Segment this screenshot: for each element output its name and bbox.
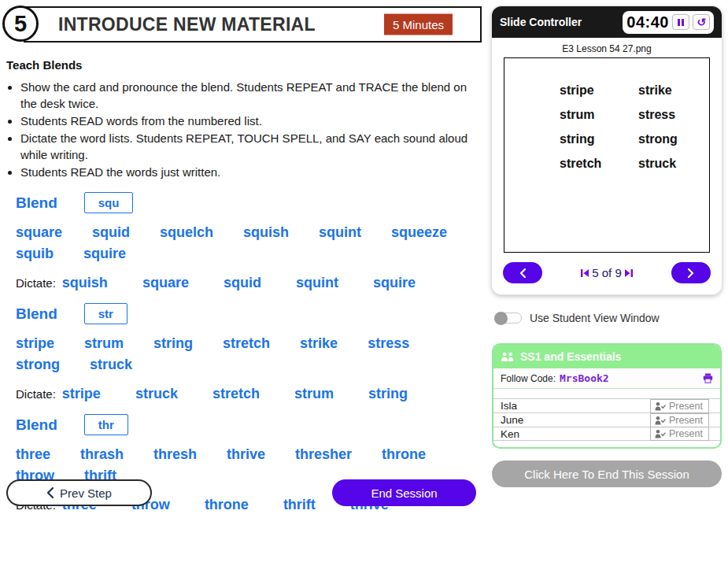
instruction-item: Students READ the words just written. xyxy=(20,164,472,180)
blend-word: squeeze xyxy=(391,224,447,241)
blend-word: stress xyxy=(368,335,409,352)
duration-badge: 5 Minutes xyxy=(384,14,453,35)
follow-code-row: Follow Code: MrsBook2 xyxy=(493,368,720,389)
people-icon xyxy=(501,352,515,362)
timer-pause-button[interactable] xyxy=(672,14,689,30)
blend-word-list: stripestrumstringstretchstrikestressstro… xyxy=(16,335,464,373)
blend-sections: Blend squ squaresquidsquelchsquishsquint… xyxy=(0,192,482,513)
slide-filename: E3 Lesson 54 27.png xyxy=(492,43,722,54)
slide-word: string xyxy=(560,132,638,146)
attendance-badge[interactable]: Present xyxy=(650,399,709,413)
prev-slide-button[interactable] xyxy=(503,262,542,283)
dictate-word: struck xyxy=(135,386,178,402)
attendance-badge[interactable]: Present xyxy=(650,413,709,427)
blend-card: thr xyxy=(84,414,128,435)
lesson-step-header: 5 INTRODUCE NEW MATERIAL 5 Minutes xyxy=(24,6,482,43)
student-name: June xyxy=(501,414,523,426)
blend-word-list: threethrashthreshthrivethresherthronethr… xyxy=(16,446,464,484)
person-check-icon xyxy=(655,416,666,425)
blend-word: squid xyxy=(92,224,130,241)
dictate-word-list: squishsquaresquidsquintsquire xyxy=(62,275,416,291)
lesson-panel: 5 INTRODUCE NEW MATERIAL 5 Minutes Teach… xyxy=(0,0,482,513)
dictate-label: Dictate: xyxy=(16,387,56,401)
slide-word: strike xyxy=(638,83,709,98)
dictate-word: squire xyxy=(373,275,416,291)
slide-word: strum xyxy=(560,108,638,122)
blend-word: square xyxy=(16,224,62,241)
follow-code-label: Follow Code: xyxy=(501,373,556,384)
student-row: IslaPresent xyxy=(493,398,720,412)
chevron-left-icon xyxy=(46,487,54,498)
prev-step-button[interactable]: Prev Step xyxy=(6,479,152,506)
slide-preview: stripestrikestrumstressstringstrongstret… xyxy=(504,57,710,253)
slide-controller-card: Slide Controller 04:40 ↺ E3 Lesson 54 27… xyxy=(492,6,722,294)
student-row: JunePresent xyxy=(493,412,720,427)
blend-card: squ xyxy=(84,192,134,213)
blend-word: squish xyxy=(243,224,289,241)
student-name: Ken xyxy=(501,428,519,440)
dictate-word: strum xyxy=(294,386,334,402)
slide-word: stress xyxy=(638,108,709,122)
end-this-session-button[interactable]: Click Here To End This Session xyxy=(492,460,722,487)
blend-card: str xyxy=(84,303,127,324)
student-view-toggle[interactable] xyxy=(494,313,522,324)
class-panel: SS1 and Essentials Follow Code: MrsBook2… xyxy=(492,343,722,449)
dictate-word: squid xyxy=(224,275,261,291)
skip-end-icon[interactable] xyxy=(624,268,634,278)
blend-word: thresh xyxy=(153,446,197,463)
blend-word: stretch xyxy=(223,335,270,352)
instruction-item: Students READ words from the numbered li… xyxy=(20,113,472,129)
slide-controller-header: Slide Controller 04:40 ↺ xyxy=(492,6,722,38)
dictate-word: square xyxy=(142,275,189,291)
blend-label: Blend xyxy=(16,305,57,323)
slide-word: stripe xyxy=(560,83,638,98)
timer-value: 04:40 xyxy=(626,13,669,31)
blend-word: thrash xyxy=(80,446,124,463)
printer-icon xyxy=(703,373,713,383)
attendance-badge[interactable]: Present xyxy=(650,427,709,441)
attendance-status: Present xyxy=(669,428,703,439)
dictate-word: string xyxy=(368,386,408,402)
dictate-word: squint xyxy=(296,275,338,291)
timer-reset-button[interactable]: ↺ xyxy=(693,14,710,30)
slide-word: stretch xyxy=(560,157,638,171)
student-row: KenPresent xyxy=(493,427,720,441)
chevron-left-icon xyxy=(519,268,526,278)
next-slide-button[interactable] xyxy=(671,262,711,283)
dictate-word-list: stripestruckstretchstrumstring xyxy=(62,386,408,402)
instruction-item: Show the card and pronounce the blend. S… xyxy=(20,79,472,112)
slide-navigation: 5 of 9 xyxy=(492,253,722,294)
toggle-knob xyxy=(494,312,508,325)
slide-page-label: 5 of 9 xyxy=(592,266,622,279)
skip-start-icon[interactable] xyxy=(580,268,589,278)
attendance-status: Present xyxy=(669,415,703,426)
student-name: Isla xyxy=(501,400,517,412)
blend-word: squire xyxy=(83,246,126,262)
blend-word: string xyxy=(153,335,193,352)
dictate-word: stripe xyxy=(62,386,101,402)
end-session-button[interactable]: End Session xyxy=(332,479,476,506)
end-session-label: End Session xyxy=(371,486,437,500)
blend-row: Blend str xyxy=(16,303,482,324)
blend-word: thrive xyxy=(227,446,265,463)
dictate-word: stretch xyxy=(212,386,260,402)
blend-word: strum xyxy=(84,335,124,352)
blend-label: Blend xyxy=(16,416,57,434)
blend-row: Blend thr xyxy=(16,414,482,435)
blend-section: Blend str stripestrumstringstretchstrike… xyxy=(16,303,482,402)
follow-code-value[interactable]: MrsBook2 xyxy=(560,372,609,384)
step-number-badge: 5 xyxy=(2,6,39,42)
person-check-icon xyxy=(655,401,666,411)
blend-word: squint xyxy=(319,224,361,241)
blend-word: strong xyxy=(16,357,60,373)
reset-icon: ↺ xyxy=(697,17,706,28)
student-view-toggle-label: Use Student View Window xyxy=(530,312,660,324)
slide-word: struck xyxy=(638,157,709,171)
blend-word: struck xyxy=(90,357,132,373)
blend-word: stripe xyxy=(16,335,54,352)
end-this-session-label: Click Here To End This Session xyxy=(524,468,689,481)
class-panel-header: SS1 and Essentials xyxy=(493,345,720,368)
print-button[interactable] xyxy=(703,373,713,383)
instruction-list: Show the card and pronounce the blend. S… xyxy=(6,79,472,180)
dictate-word: squish xyxy=(62,275,108,291)
